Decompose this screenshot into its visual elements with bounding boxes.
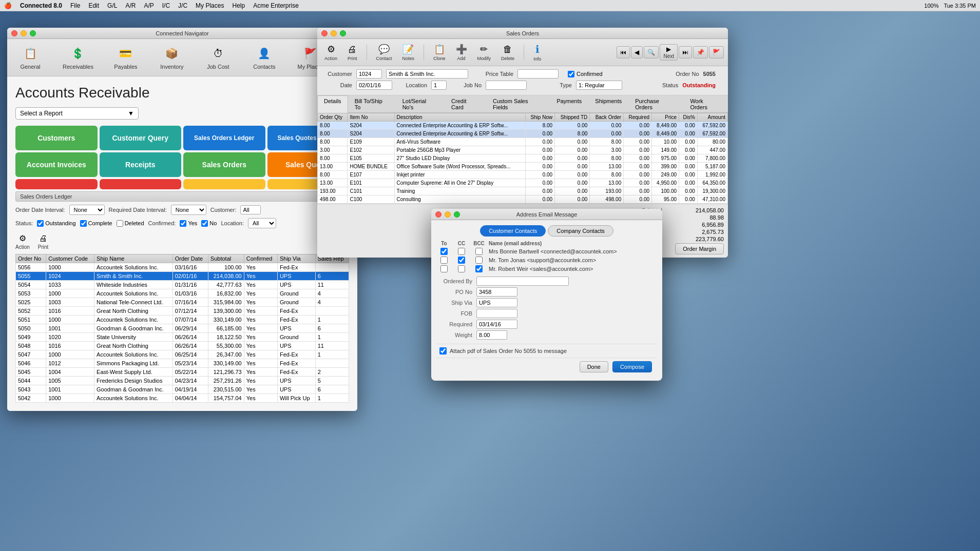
inventory-button[interactable]: 📦 Inventory — [154, 43, 190, 72]
table-row[interactable]: 50431001Goodman & Goodman Inc.04/19/1423… — [16, 385, 349, 394]
detail-row[interactable]: 13.00HOME BUNDLEOffice Software Suite (W… — [318, 163, 728, 171]
general-button[interactable]: 📋 General — [12, 43, 48, 72]
tab-custom-fields[interactable]: Custom Sales Fields — [486, 95, 550, 112]
email-maximize-button[interactable] — [454, 211, 460, 218]
payables-button[interactable]: 💳 Payables — [108, 43, 144, 72]
contact1-to-checkbox[interactable] — [440, 248, 448, 255]
tab-billto[interactable]: Bill To/Ship To — [348, 95, 396, 112]
detail-row[interactable]: 3.00E102Portable 256GB Mp3 Player0.000.0… — [318, 146, 728, 154]
receivables-button[interactable]: 💲 Receivables — [59, 43, 98, 72]
customer-name-input[interactable] — [386, 69, 468, 78]
so-delete-button[interactable]: 🗑 Delete — [498, 43, 517, 62]
contact3-bcc-checkbox[interactable] — [475, 265, 483, 272]
dh-shipped-td[interactable]: Shipped TD — [555, 113, 590, 122]
detail-row[interactable]: 8.00S204Connected Enterprise Accounting … — [318, 130, 728, 138]
prev-button[interactable]: ◀ — [631, 46, 643, 58]
menu-myplaces[interactable]: My Places — [196, 2, 224, 9]
col-confirmed[interactable]: Confirmed — [244, 254, 277, 263]
fob-input[interactable] — [476, 309, 517, 318]
customer-query-button[interactable]: Customer Query — [100, 126, 182, 150]
table-row[interactable]: 50451004East-West Supply Ltd.05/22/14121… — [16, 368, 349, 377]
receipts-button[interactable]: Receipts — [100, 152, 182, 177]
extra-btn-2[interactable] — [100, 179, 182, 189]
date-input[interactable] — [356, 81, 392, 90]
contacts-button[interactable]: 👤 Contacts — [246, 43, 282, 72]
customer-filter-input[interactable] — [240, 205, 261, 214]
dh-dis[interactable]: Dis% — [679, 113, 698, 122]
table-row[interactable]: 50251003National Tele-Connect Ltd.07/16/… — [16, 298, 349, 307]
yes-checkbox[interactable] — [180, 220, 186, 227]
col-order-no[interactable]: Order No — [16, 254, 46, 263]
location-input[interactable] — [431, 81, 447, 90]
apple-menu[interactable]: 🍎 — [4, 2, 12, 9]
col-customer-code[interactable]: Customer Code — [46, 254, 94, 263]
tab-details[interactable]: Details — [317, 95, 348, 113]
customer-contacts-tab[interactable]: Customer Contacts — [480, 225, 546, 237]
contact3-cc-checkbox[interactable] — [458, 265, 465, 272]
menu-enterprise[interactable]: Acme Enterprise — [253, 2, 299, 9]
detail-row[interactable]: 8.00E109Anti-Virus Software0.000.008.000… — [318, 138, 728, 146]
dh-description[interactable]: Description — [394, 113, 525, 122]
contact1-cc-checkbox[interactable] — [458, 248, 465, 255]
job-no-input[interactable] — [486, 81, 527, 90]
dh-ship-now[interactable]: Ship Now — [525, 113, 554, 122]
next-button[interactable]: ▶Next — [660, 44, 678, 61]
contact2-cc-checkbox[interactable] — [458, 257, 465, 264]
menu-file[interactable]: File — [70, 2, 80, 9]
outstanding-checkbox-label[interactable]: Outstanding — [37, 220, 75, 227]
table-row[interactable]: 50561000Accountek Solutions Inc.03/16/16… — [16, 263, 349, 272]
detail-row[interactable]: 8.00E107Inkjet printer0.000.008.000.0024… — [318, 171, 728, 179]
first-button[interactable]: ⏮ — [617, 46, 630, 58]
so-notes-button[interactable]: 📝 Notes — [399, 43, 418, 62]
pin-button[interactable]: 📌 — [693, 46, 708, 58]
select-report-dropdown[interactable]: Select a Report ▼ — [15, 107, 139, 120]
detail-row[interactable]: 8.00E10527" Studio LED Display0.000.008.… — [318, 154, 728, 163]
menu-help[interactable]: Help — [232, 2, 245, 9]
complete-checkbox-label[interactable]: Complete — [80, 220, 112, 227]
tab-payments[interactable]: Payments — [550, 95, 588, 112]
account-invoices-button[interactable]: Account Invoices — [15, 152, 98, 177]
menu-jc[interactable]: J/C — [178, 2, 187, 9]
extra-btn-1[interactable] — [15, 179, 98, 189]
menu-ic[interactable]: I/C — [162, 2, 170, 9]
so-minimize-button[interactable] — [331, 30, 337, 36]
maximize-button[interactable] — [30, 30, 36, 36]
company-contacts-tab[interactable]: Company Contacts — [548, 225, 613, 237]
sales-orders-ledger-button[interactable]: Sales Orders Ledger — [183, 126, 265, 150]
contact3-to-checkbox[interactable] — [440, 265, 448, 272]
menu-ar[interactable]: A/R — [125, 2, 136, 9]
ordered-by-input[interactable] — [476, 277, 569, 286]
dh-order-qty[interactable]: Order Qty — [318, 113, 348, 122]
tab-purchase-orders[interactable]: Purchase Orders — [628, 95, 683, 112]
order-margin-button[interactable]: Order Margin — [675, 243, 724, 254]
yes-checkbox-label[interactable]: Yes — [180, 220, 197, 227]
tab-credit-card[interactable]: Credit Card — [445, 95, 486, 112]
table-row[interactable]: 50411001Goodman & Goodman Inc.03/30/1491… — [16, 403, 349, 403]
dh-amount[interactable]: Amount — [697, 113, 727, 122]
table-row[interactable]: 50421000Accountek Solutions Inc.04/04/14… — [16, 394, 349, 403]
so-add-button[interactable]: ➕ Add — [453, 43, 470, 62]
so-modify-button[interactable]: ✏ Modify — [474, 43, 494, 62]
tab-lot-serial[interactable]: Lot/Serial No's — [396, 95, 445, 112]
last-button[interactable]: ⏭ — [679, 46, 692, 58]
sales-orders-button[interactable]: Sales Orders — [183, 152, 265, 177]
contact2-to-checkbox[interactable] — [440, 257, 448, 264]
col-subtotal[interactable]: Subtotal — [208, 254, 244, 263]
close-button[interactable] — [11, 30, 17, 36]
attach-checkbox[interactable] — [439, 347, 447, 355]
detail-row[interactable]: 193.00C101Training0.000.00193.000.00100.… — [318, 187, 728, 195]
required-email-input[interactable] — [476, 320, 517, 329]
so-clone-button[interactable]: 📋 Clone — [430, 43, 449, 62]
compose-button[interactable]: Compose — [612, 361, 652, 372]
table-row[interactable]: 50531000Accountek Solutions Inc.01/03/16… — [16, 289, 349, 298]
tab-shipments[interactable]: Shipments — [588, 95, 628, 112]
col-ship-name[interactable]: Ship Name — [94, 254, 173, 263]
table-row[interactable]: 50481016Great North Clothing06/26/1455,3… — [16, 342, 349, 350]
customer-id-input[interactable] — [356, 69, 382, 78]
menu-edit[interactable]: Edit — [88, 2, 99, 9]
outstanding-checkbox[interactable] — [37, 220, 44, 227]
table-row[interactable]: 50511000Accountek Solutions Inc.07/07/14… — [16, 316, 349, 324]
find-button[interactable]: 🔍 — [644, 46, 659, 58]
table-row[interactable]: 50491020State University06/26/1418,122.5… — [16, 333, 349, 342]
complete-checkbox[interactable] — [80, 220, 87, 227]
